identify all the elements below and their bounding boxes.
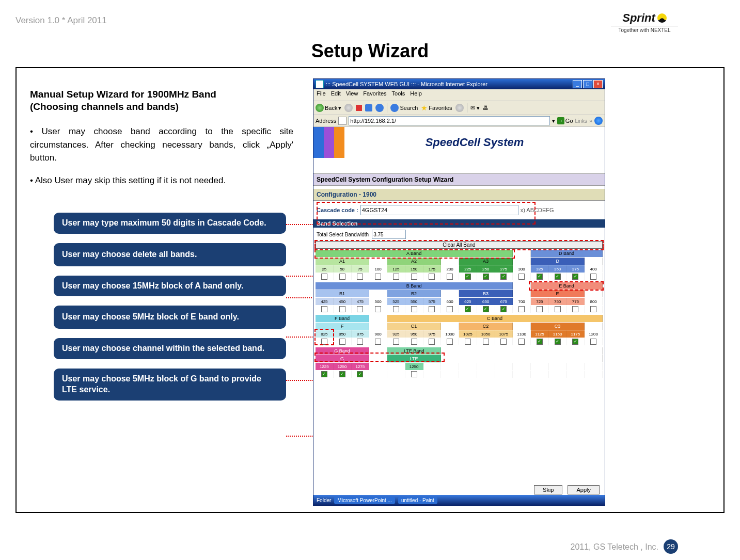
band-checkbox[interactable] [447, 339, 453, 345]
favorites-button[interactable]: ★Favorites [421, 104, 452, 112]
band-checkbox[interactable] [518, 274, 525, 280]
band-checkbox[interactable] [393, 306, 399, 312]
go-button[interactable]: →Go [557, 117, 573, 124]
forward-button[interactable] [344, 104, 353, 112]
close-button[interactable]: × [593, 80, 603, 88]
sub-a1[interactable]: A1 [316, 258, 369, 265]
band-checkbox[interactable] [321, 371, 327, 377]
band-checkbox[interactable] [411, 339, 417, 345]
a-band-label[interactable]: A Band [316, 250, 513, 257]
c-band-label[interactable]: C Band [387, 315, 603, 322]
sub-c1[interactable]: C1 [387, 323, 441, 330]
menu-file[interactable]: File [317, 90, 326, 100]
band-checkbox[interactable] [465, 339, 471, 345]
band-checkbox[interactable] [537, 274, 543, 280]
g-band-label[interactable]: G Band [316, 347, 369, 355]
band-checkbox[interactable] [339, 339, 345, 345]
band-checkbox[interactable] [518, 306, 525, 312]
band-checkbox[interactable] [518, 339, 525, 345]
sub-e[interactable]: E [531, 290, 585, 297]
sub-a3[interactable]: A3 [459, 258, 513, 265]
band-checkbox[interactable] [590, 339, 596, 345]
maximize-button[interactable]: □ [583, 80, 592, 88]
skip-button[interactable]: Skip [534, 485, 562, 494]
sub-c2[interactable]: C2 [459, 323, 513, 330]
apply-button[interactable]: Apply [568, 485, 600, 494]
band-checkbox[interactable] [339, 274, 345, 280]
band-checkbox[interactable] [321, 274, 327, 280]
sub-f[interactable]: F [316, 323, 369, 330]
band-checkbox[interactable] [572, 339, 578, 345]
band-checkbox[interactable] [411, 274, 417, 280]
back-button[interactable]: Back ▾ [316, 104, 341, 112]
band-checkbox[interactable] [572, 306, 578, 312]
band-checkbox[interactable] [483, 339, 489, 345]
band-checkbox[interactable] [555, 306, 561, 312]
refresh-button[interactable] [365, 104, 372, 111]
mail-button[interactable]: ✉ ▾ [470, 105, 480, 111]
band-checkbox[interactable] [411, 306, 417, 312]
band-checkbox[interactable] [375, 306, 381, 312]
band-checkbox[interactable] [429, 306, 435, 312]
band-checkbox[interactable] [321, 306, 327, 312]
search-button[interactable]: Search [390, 104, 418, 112]
f-band-label[interactable]: F Band [316, 315, 369, 322]
menu-help[interactable]: Help [410, 90, 422, 100]
print-button[interactable]: 🖶 [483, 105, 489, 111]
band-checkbox[interactable] [357, 274, 363, 280]
menu-view[interactable]: View [346, 90, 358, 100]
band-checkbox[interactable] [339, 371, 345, 377]
band-checkbox[interactable] [537, 306, 543, 312]
sub-b2[interactable]: B2 [387, 290, 441, 297]
menu-tools[interactable]: Tools [392, 90, 405, 100]
band-checkbox[interactable] [483, 306, 489, 312]
menu-favorites[interactable]: Favorites [363, 90, 386, 100]
band-checkbox[interactable] [429, 339, 435, 345]
band-checkbox[interactable] [393, 274, 399, 280]
band-checkbox[interactable] [393, 339, 399, 345]
band-checkbox[interactable] [590, 274, 596, 280]
band-checkbox[interactable] [483, 274, 489, 280]
band-checkbox[interactable] [321, 339, 327, 345]
b-band-label[interactable]: B Band [316, 282, 513, 290]
lte-band-label[interactable]: LTE Band [387, 347, 441, 355]
minimize-button[interactable]: _ [573, 80, 582, 88]
sub-d[interactable]: D [531, 258, 585, 265]
band-checkbox[interactable] [411, 371, 417, 377]
sub-a2[interactable]: A2 [387, 258, 441, 265]
home-button[interactable] [375, 104, 384, 112]
band-checkbox[interactable] [500, 306, 507, 312]
band-checkbox[interactable] [357, 339, 363, 345]
band-checkbox[interactable] [375, 274, 381, 280]
address-input[interactable] [349, 116, 549, 125]
band-checkbox[interactable] [555, 339, 561, 345]
history-button[interactable] [455, 104, 464, 112]
band-checkbox[interactable] [500, 274, 507, 280]
band-checkbox[interactable] [357, 371, 363, 377]
band-checkbox[interactable] [447, 274, 453, 280]
band-checkbox[interactable] [465, 306, 471, 312]
band-checkbox[interactable] [447, 306, 453, 312]
sub-b3[interactable]: B3 [459, 290, 513, 297]
menu-edit[interactable]: Edit [331, 90, 341, 100]
band-checkbox[interactable] [500, 339, 507, 345]
d-band-label[interactable]: D Band [531, 250, 603, 257]
sub-lte[interactable]: LTE [387, 355, 441, 362]
sub-b1[interactable]: B1 [316, 290, 369, 297]
cascade-input[interactable] [360, 205, 518, 215]
band-checkbox[interactable] [465, 274, 471, 280]
band-checkbox[interactable] [429, 274, 435, 280]
e-band-label[interactable]: E Band [531, 282, 603, 290]
sub-c3[interactable]: C3 [531, 323, 585, 330]
band-checkbox[interactable] [375, 339, 381, 345]
band-checkbox[interactable] [572, 274, 578, 280]
stop-button[interactable] [356, 105, 362, 111]
band-checkbox[interactable] [537, 339, 543, 345]
task-ppt[interactable]: Microsoft PowerPoint ... [334, 497, 395, 504]
sub-g[interactable]: G [316, 355, 369, 362]
band-checkbox[interactable] [339, 306, 345, 312]
band-checkbox[interactable] [357, 306, 363, 312]
clear-all-button[interactable]: Clear All Band [316, 241, 603, 249]
band-checkbox[interactable] [590, 306, 596, 312]
total-bandwidth[interactable] [372, 230, 406, 239]
